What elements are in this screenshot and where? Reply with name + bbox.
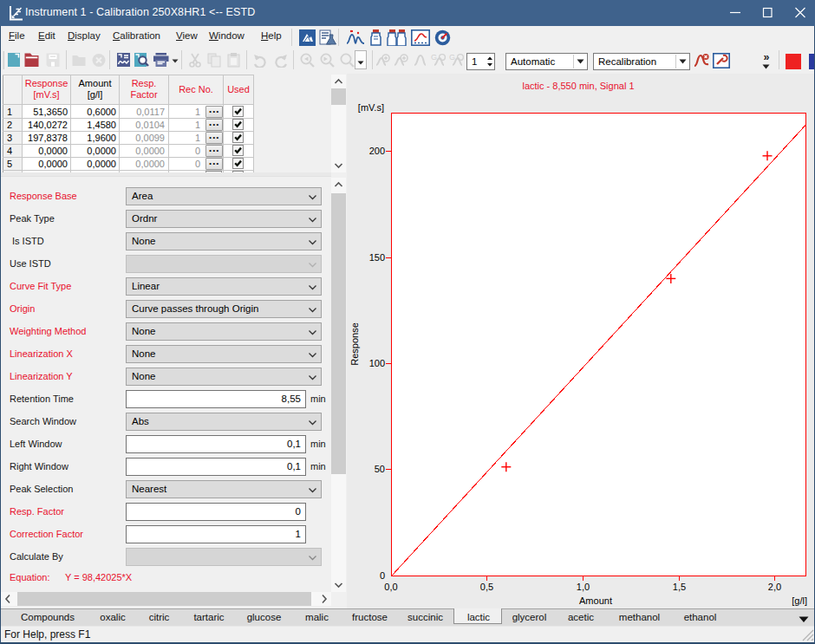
- svg-text:[g/l]: [g/l]: [792, 595, 807, 606]
- svg-text:200: 200: [369, 146, 385, 156]
- svg-text:0: 0: [380, 570, 385, 581]
- svg-text:1,0: 1,0: [577, 582, 590, 592]
- svg-text:1,5: 1,5: [673, 582, 686, 592]
- svg-text:50: 50: [375, 464, 385, 474]
- svg-text:Response: Response: [349, 322, 360, 366]
- svg-text:[mV.s]: [mV.s]: [358, 102, 384, 113]
- svg-text:100: 100: [369, 358, 385, 368]
- svg-text:150: 150: [369, 252, 385, 263]
- svg-text:0,0: 0,0: [384, 582, 397, 592]
- svg-text:0,5: 0,5: [480, 582, 493, 592]
- svg-text:lactic - 8,550 min, Signal 1: lactic - 8,550 min, Signal 1: [522, 81, 634, 91]
- svg-text:G: G: [431, 53, 437, 62]
- svg-text:G: G: [449, 53, 455, 62]
- svg-text:Amount: Amount: [579, 595, 612, 606]
- svg-text:2,0: 2,0: [768, 582, 781, 592]
